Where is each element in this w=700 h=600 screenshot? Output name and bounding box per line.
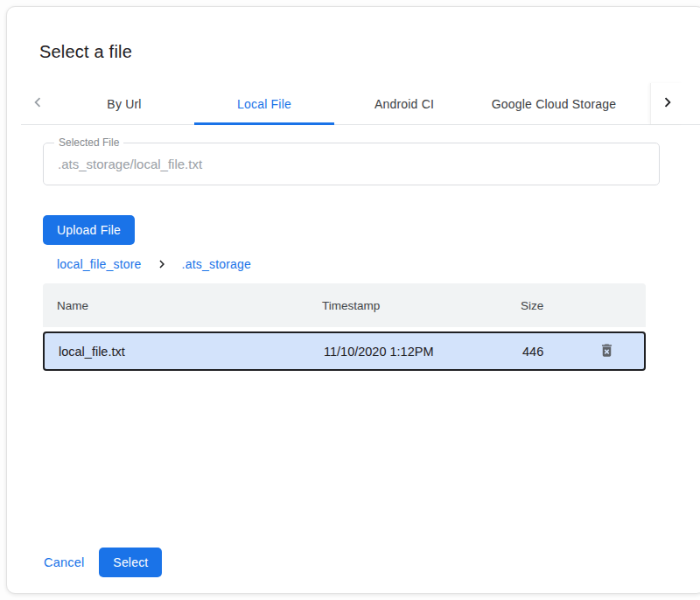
selected-file-field: Selected File [43,143,660,185]
delete-forever-icon [598,342,615,361]
select-label: Select [113,555,148,569]
file-name-cell: local_file.txt [45,345,310,359]
tab-label: By Url [107,97,141,111]
column-header-timestamp: Timestamp [308,299,507,312]
file-size-cell: 446 [508,345,569,359]
upload-file-label: Upload File [57,223,121,237]
file-timestamp-cell: 11/10/2020 1:12PM [310,345,508,359]
tabs-next-button[interactable] [650,83,683,124]
file-row-actions [569,340,644,363]
tab-google-cloud-storage[interactable]: Google Cloud Storage [474,83,634,124]
select-file-dialog: Select a file By Url Local File Android … [6,6,700,594]
breadcrumb: local_file_store .ats_storage [57,256,700,272]
file-table: Name Timestamp Size local_file.txt 11/10… [43,283,646,371]
tab-bar: By Url Local File Android CI Google Clou… [21,83,700,125]
tabs-prev-button[interactable] [21,83,54,124]
upload-file-button[interactable]: Upload File [43,215,135,245]
breadcrumb-item-ats-storage[interactable]: .ats_storage [182,257,251,271]
select-button[interactable]: Select [99,548,162,577]
tab-label: Google Cloud Storage [492,97,617,111]
selected-file-label: Selected File [54,136,123,149]
tab-label: Local File [237,97,291,111]
column-header-name: Name [43,299,308,312]
chevron-left-icon [28,93,47,115]
cancel-button[interactable]: Cancel [37,555,91,569]
chevron-right-icon [658,93,677,115]
cancel-label: Cancel [44,555,84,569]
tab-android-ci[interactable]: Android CI [334,83,474,124]
dialog-title: Select a file [39,42,700,62]
tab-local-file[interactable]: Local File [194,83,334,124]
dialog-actions: Cancel Select [37,548,162,577]
breadcrumb-chevron-right-icon [154,256,170,272]
breadcrumb-item-local-file-store[interactable]: local_file_store [57,257,142,271]
tab-spacer [634,83,650,124]
delete-file-button[interactable] [595,340,618,363]
table-row[interactable]: local_file.txt 11/10/2020 1:12PM 446 [43,331,646,371]
tab-by-url[interactable]: By Url [54,83,194,124]
selected-file-input[interactable] [44,143,659,185]
column-header-size: Size [507,299,567,312]
table-header-row: Name Timestamp Size [43,283,646,327]
tab-label: Android CI [374,97,434,111]
